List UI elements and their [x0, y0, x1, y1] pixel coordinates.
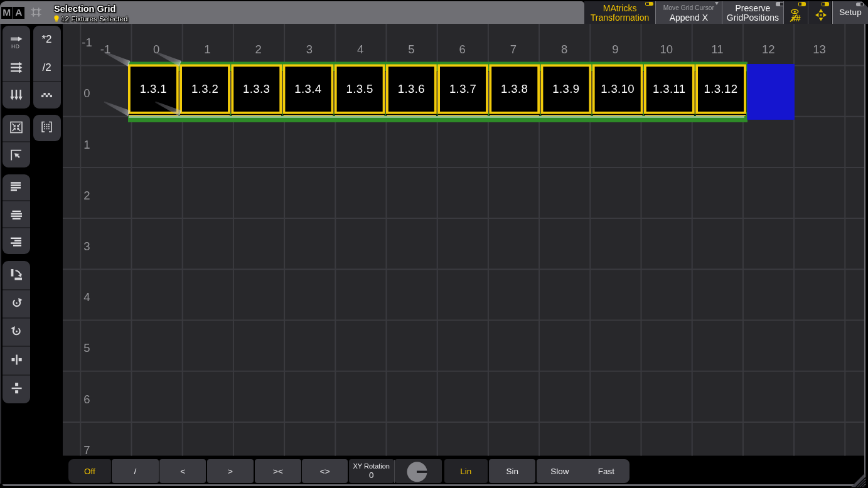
svg-text:1.3.6: 1.3.6	[398, 82, 425, 95]
svg-text:2: 2	[255, 42, 262, 55]
svg-text:1: 1	[204, 42, 210, 55]
svg-text:1.3.12: 1.3.12	[704, 82, 738, 95]
svg-text:*2: *2	[42, 33, 52, 45]
svg-text:1.3.9: 1.3.9	[552, 82, 579, 95]
svg-text:10: 10	[660, 42, 673, 55]
svg-text:9: 9	[612, 42, 618, 55]
svg-text:/2: /2	[43, 61, 51, 73]
svg-text:1.3.8: 1.3.8	[501, 82, 528, 95]
svg-text:0: 0	[83, 87, 90, 100]
svg-text:13: 13	[813, 42, 826, 55]
svg-text:1.3.7: 1.3.7	[449, 82, 476, 95]
svg-text:7: 7	[510, 42, 517, 55]
svg-text:HD: HD	[11, 43, 19, 50]
svg-text:2: 2	[83, 188, 90, 201]
svg-text:1.3.4: 1.3.4	[294, 82, 321, 95]
svg-text:3: 3	[83, 240, 90, 253]
svg-text:7: 7	[83, 443, 90, 455]
svg-text:1.3.5: 1.3.5	[346, 82, 373, 95]
svg-text:4: 4	[83, 290, 90, 304]
svg-text:5: 5	[83, 341, 90, 354]
svg-text:1.3.1: 1.3.1	[140, 82, 167, 95]
svg-text:-1: -1	[82, 36, 92, 49]
svg-text:1.3.11: 1.3.11	[653, 82, 685, 95]
svg-text:4: 4	[357, 42, 363, 55]
svg-text:11: 11	[711, 42, 723, 55]
svg-text:8: 8	[561, 42, 567, 55]
svg-text:3: 3	[306, 42, 313, 55]
svg-text:5: 5	[408, 42, 414, 55]
svg-text:1: 1	[83, 137, 90, 151]
svg-text:1.3.2: 1.3.2	[191, 82, 218, 95]
svg-text:6: 6	[83, 392, 90, 405]
svg-text:12: 12	[762, 42, 775, 55]
svg-text:6: 6	[459, 42, 466, 55]
svg-text:1.3.3: 1.3.3	[243, 82, 270, 95]
svg-text:1.3.10: 1.3.10	[601, 82, 635, 95]
svg-text:##: ##	[791, 13, 801, 23]
